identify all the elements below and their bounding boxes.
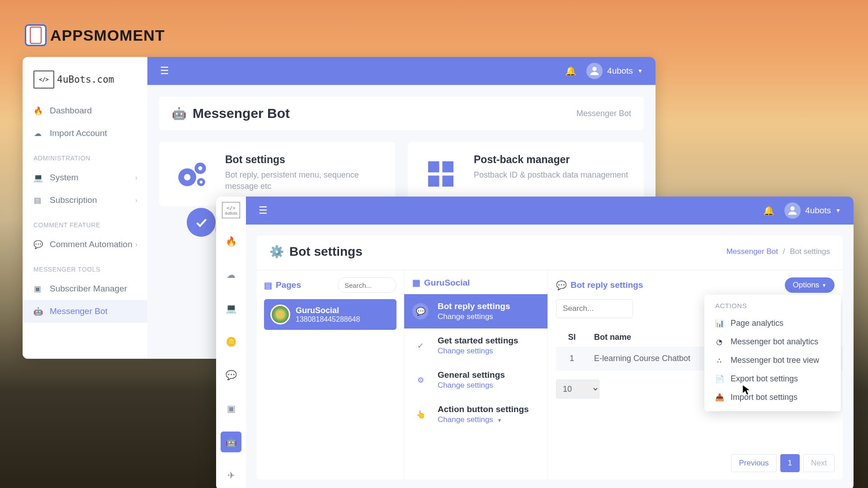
sidebar-item-comment-automation[interactable]: 💬 Comment Automation ›	[23, 233, 147, 256]
settings-item-get-started[interactable]: ✓ Get started settings Change settings	[404, 328, 547, 363]
action-export-bot[interactable]: 📄 Export bot settings	[704, 370, 841, 388]
panel-title: GuruSocial	[424, 278, 470, 288]
rail-item-subscription[interactable]: 🪙	[221, 331, 241, 352]
caret-down-icon: ▼	[497, 418, 502, 423]
settings-item-body: Action button settings Change settings ▼	[438, 404, 529, 424]
page-size-select[interactable]: 10	[556, 380, 599, 399]
sidebar-label: Messenger Bot	[50, 306, 108, 316]
rail-logo: </> 4uBots	[222, 202, 240, 218]
cogs-icon: ⚙️	[269, 245, 284, 259]
cell-si: 1	[556, 354, 588, 363]
action-bot-analytics[interactable]: ◔ Messenger bot analytics	[704, 333, 841, 351]
appsmoment-logo-icon	[25, 24, 47, 46]
user-menu[interactable]: 4ubots ▼	[586, 63, 643, 79]
rail-item-send[interactable]: ✈	[221, 465, 241, 486]
prev-button[interactable]: Previous	[731, 454, 776, 472]
sidebar-label: System	[50, 173, 78, 183]
chevron-right-icon: ›	[135, 241, 137, 248]
breadcrumb-sep: /	[783, 247, 785, 256]
page-1-button[interactable]: 1	[780, 454, 800, 472]
panel-title: Bot reply settings	[571, 280, 643, 290]
svg-rect-10	[443, 176, 454, 187]
panel-reply-head: 💬 Bot reply settings Options ▼	[556, 277, 843, 293]
actions-title: ACTIONS	[704, 302, 841, 314]
action-label: Page analytics	[731, 319, 783, 328]
hamburger-icon[interactable]: ☰	[160, 65, 169, 77]
grid-icon	[420, 154, 461, 194]
sitemap-icon: ⛬	[715, 357, 723, 365]
id-card-icon: ▣	[33, 284, 42, 294]
comments-icon: 💬	[226, 370, 237, 380]
sidebar-item-messenger-bot[interactable]: 🤖 Messenger Bot	[23, 300, 147, 323]
page-avatar-icon	[270, 305, 290, 324]
action-page-analytics[interactable]: 📊 Page analytics	[704, 314, 841, 333]
settings-item-title: Get started settings	[438, 336, 518, 346]
code-monitor-icon: </>	[33, 70, 54, 89]
settings-item-title: Bot reply settings	[438, 301, 510, 311]
rail-item-messenger-bot[interactable]: 🤖	[221, 432, 241, 452]
rail-item-subscriber[interactable]: ▣	[221, 398, 241, 419]
action-label: Import bot settings	[731, 393, 797, 402]
page-item-body: GuruSocial 1380818445288648	[296, 306, 360, 324]
sidebar-item-system[interactable]: 💻 System ›	[23, 166, 147, 189]
card-body: Bot settings Bot reply, persistent menu,…	[225, 154, 382, 192]
action-label: Messenger bot tree view	[731, 356, 819, 365]
avatar-icon	[586, 63, 603, 79]
action-import-bot[interactable]: 📥 Import bot settings	[704, 388, 841, 407]
check-badge-icon	[187, 208, 216, 237]
panel-title: Pages	[276, 280, 301, 290]
win2-topbar-right: 🔔 4ubots ▼	[763, 202, 841, 219]
breadcrumb-link[interactable]: Messenger Bot	[726, 247, 778, 256]
settings-item-bot-reply[interactable]: 💬 Bot reply settings Change settings	[404, 294, 547, 328]
cursor-icon	[741, 384, 751, 396]
rail-logo-glyph: </>	[226, 205, 236, 211]
panel-bot-reply: 💬 Bot reply settings Options ▼ SI Bot na…	[548, 270, 843, 479]
win1-sidebar: </> 4uBots.com 🔥 Dashboard ☁ Import Acco…	[23, 57, 147, 359]
page-title-text: Messenger Bot	[193, 106, 290, 121]
svg-point-6	[200, 181, 203, 183]
bell-icon[interactable]: 🔔	[565, 66, 576, 76]
gear-icon: ⚙	[412, 372, 429, 388]
settings-list: 💬 Bot reply settings Change settings ✓ G…	[404, 294, 547, 432]
sidebar-item-subscriber-manager[interactable]: ▣ Subscriber Manager	[23, 277, 147, 300]
panel-guru-head: ▦ GuruSocial	[404, 277, 547, 288]
reply-search-input[interactable]	[556, 299, 633, 318]
page-title: 🤖 Messenger Bot	[172, 106, 290, 121]
rail-item-import[interactable]: ☁	[221, 264, 241, 285]
win2-body: ⚙️ Bot settings Messenger Bot / Bot sett…	[257, 235, 843, 479]
pages-search-input[interactable]	[338, 277, 396, 293]
breadcrumb: Messenger Bot / Bot settings	[726, 247, 830, 256]
page-list-item[interactable]: GuruSocial 1380818445288648	[264, 299, 396, 330]
options-button[interactable]: Options ▼	[785, 277, 835, 293]
settings-item-action-button[interactable]: 👆 Action button settings Change settings…	[404, 397, 547, 432]
bell-icon[interactable]: 🔔	[763, 205, 774, 216]
sidebar-item-subscription[interactable]: ▤ Subscription ›	[23, 189, 147, 211]
rail-item-system[interactable]: 💻	[221, 298, 241, 319]
cloud-download-icon: ☁	[33, 129, 42, 138]
sidebar-item-dashboard[interactable]: 🔥 Dashboard	[23, 99, 147, 122]
rail-item-comments[interactable]: 💬	[221, 365, 241, 385]
chevron-right-icon: ›	[135, 197, 137, 204]
user-menu[interactable]: 4ubots ▼	[784, 202, 841, 219]
fire-icon: 🔥	[33, 106, 42, 116]
sidebar-item-import-account[interactable]: ☁ Import Account	[23, 122, 147, 145]
card-body: Post-back manager Postback ID & postback…	[474, 154, 628, 181]
panel-pages-head: ▤ Pages	[264, 277, 396, 293]
svg-rect-9	[428, 176, 439, 187]
hamburger-icon[interactable]: ☰	[259, 205, 268, 216]
settings-item-general[interactable]: ⚙ General settings Change settings	[404, 363, 547, 397]
next-button[interactable]: Next	[803, 454, 835, 472]
settings-item-title: General settings	[438, 370, 505, 380]
card-desc: Bot reply, persistent menu, sequence mes…	[225, 169, 382, 192]
card-icon: ▤	[33, 196, 42, 205]
robot-icon: 🤖	[33, 307, 42, 316]
rail-item-dashboard[interactable]: 🔥	[221, 231, 241, 252]
section-administration: ADMINISTRATION	[23, 145, 147, 166]
window-bot-settings: </> 4uBots 🔥 ☁ 💻 🪙 💬 ▣ 🤖 ✈ ☰ 🔔 4ubots ▼	[216, 197, 854, 488]
action-bot-tree-view[interactable]: ⛬ Messenger bot tree view	[704, 351, 841, 370]
appsmoment-brand: APPSMOMENT	[25, 24, 165, 46]
win1-page-header: 🤖 Messenger Bot Messenger Bot	[159, 97, 644, 130]
laptop-icon: 💻	[226, 303, 237, 314]
svg-rect-8	[443, 161, 454, 173]
caret-down-icon: ▼	[822, 283, 826, 288]
